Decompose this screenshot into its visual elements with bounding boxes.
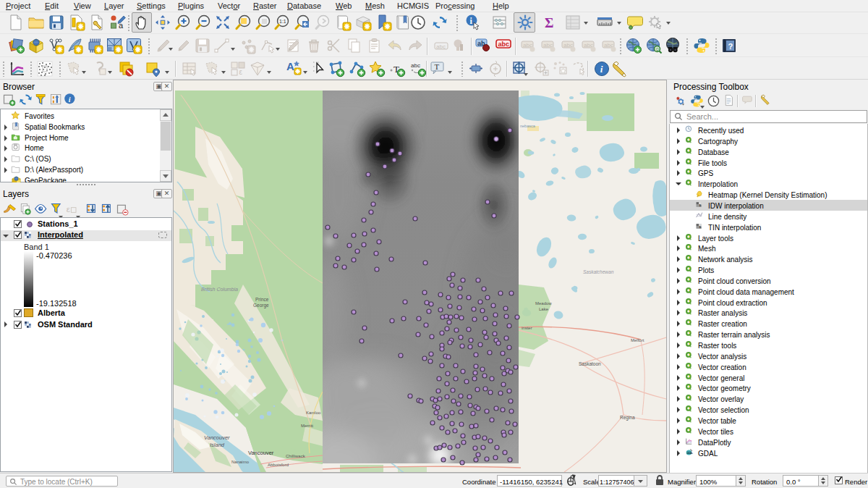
svg-text:abc: abc [436,43,446,50]
svg-text:Σ: Σ [545,15,553,30]
svg-text:Vancouver: Vancouver [204,434,230,441]
svg-text:T: T [435,62,440,71]
svg-text:Kamloo: Kamloo [306,411,321,415]
svg-text:GDAL: GDAL [686,452,693,455]
svg-text:Q: Q [656,47,659,51]
svg-text:Lake: Lake [539,307,549,311]
svg-text:Merritt: Merritt [301,424,313,428]
svg-text:abc: abc [498,41,510,48]
svg-text:Saskatchewan: Saskatchewan [583,269,614,274]
svg-text:?: ? [728,42,733,51]
svg-text:Meadow: Meadow [535,301,552,306]
svg-text:Saskatoon: Saskatoon [579,361,601,366]
svg-text:inster: inster [522,326,532,330]
svg-text:Melfort: Melfort [631,338,644,342]
svg-text:i: i [600,64,603,75]
svg-text:ε: ε [239,68,243,76]
svg-text:abc: abc [411,62,420,69]
svg-text:Nanaimo: Nanaimo [231,460,250,464]
svg-text:Abbotsford: Abbotsford [268,463,289,467]
svg-text:Regina: Regina [620,415,635,421]
svg-text:nebasca: nebasca [520,124,536,128]
svg-text:Island: Island [210,442,225,448]
svg-text:A: A [286,60,294,72]
svg-text:1:1: 1:1 [279,19,286,24]
svg-text:i: i [69,96,71,104]
svg-text:ε: ε [67,204,70,214]
svg-text:Chilliwack: Chilliwack [286,454,306,458]
svg-text:British Columbia: British Columbia [201,287,238,292]
svg-text:Vancouver: Vancouver [248,450,274,456]
svg-text:George: George [253,303,269,308]
svg-text:Prince: Prince [255,297,269,302]
